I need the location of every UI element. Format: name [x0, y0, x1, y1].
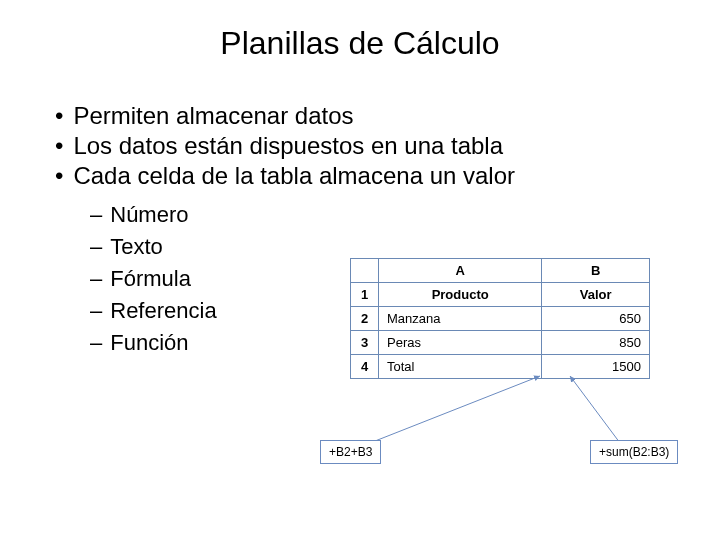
- bullet-text: Cada celda de la tabla almacena un valor: [73, 162, 515, 189]
- bullet-text: Referencia: [110, 298, 216, 323]
- formula-callout-right: +sum(B2:B3): [590, 440, 678, 464]
- col-header-b: B: [542, 259, 650, 283]
- bullet-text: Los datos están dispuestos en una tabla: [73, 132, 503, 159]
- slide-title: Planillas de Cálculo: [0, 0, 720, 62]
- svg-line-1: [570, 376, 620, 443]
- bullet-text: Permiten almacenar datos: [73, 102, 353, 129]
- cell: Producto: [379, 283, 542, 307]
- list-item: –Número: [80, 202, 720, 228]
- cell: 1500: [542, 355, 650, 379]
- corner-cell: [351, 259, 379, 283]
- bullet-text: Fórmula: [110, 266, 191, 291]
- list-item: –Texto: [80, 234, 720, 260]
- cell: Peras: [379, 331, 542, 355]
- row-header: 1: [351, 283, 379, 307]
- row-header: 3: [351, 331, 379, 355]
- cell: Total: [379, 355, 542, 379]
- list-item: •Permiten almacenar datos: [40, 102, 720, 130]
- col-header-a: A: [379, 259, 542, 283]
- bullet-text: Número: [110, 202, 188, 227]
- cell: 850: [542, 331, 650, 355]
- list-item: •Cada celda de la tabla almacena un valo…: [40, 162, 720, 190]
- svg-line-0: [370, 376, 540, 443]
- formula-callout-left: +B2+B3: [320, 440, 381, 464]
- spreadsheet-table: A B 1 Producto Valor 2 Manzana 650 3 Per…: [350, 258, 650, 379]
- cell: 650: [542, 307, 650, 331]
- row-header: 4: [351, 355, 379, 379]
- bullet-text: Texto: [110, 234, 163, 259]
- table-row: 4 Total 1500: [351, 355, 650, 379]
- row-header: 2: [351, 307, 379, 331]
- cell: Manzana: [379, 307, 542, 331]
- bullet-text: Función: [110, 330, 188, 355]
- table-row: 3 Peras 850: [351, 331, 650, 355]
- list-item: •Los datos están dispuestos en una tabla: [40, 132, 720, 160]
- cell: Valor: [542, 283, 650, 307]
- table-row: 2 Manzana 650: [351, 307, 650, 331]
- table-row: 1 Producto Valor: [351, 283, 650, 307]
